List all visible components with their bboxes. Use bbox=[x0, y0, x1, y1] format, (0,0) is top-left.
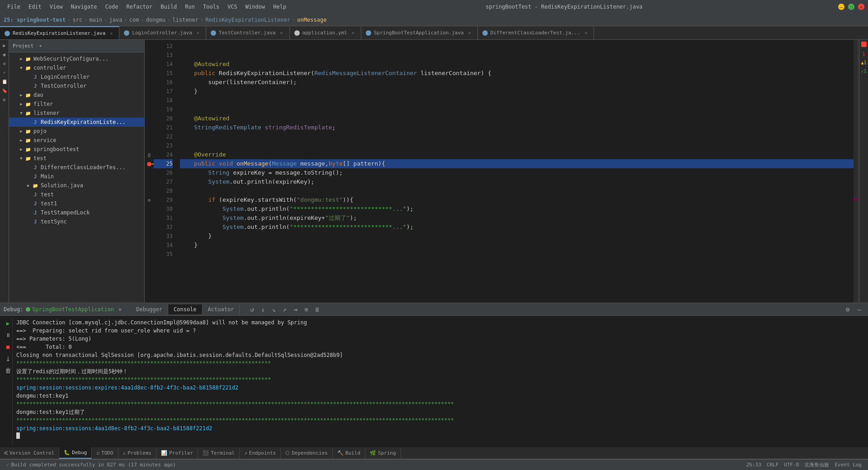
tab-profiler[interactable]: 📊 Profiler bbox=[156, 447, 198, 459]
tool-icon-3[interactable]: ≡ bbox=[1, 60, 8, 67]
tree-item-testcontroller[interactable]: J TestController bbox=[9, 81, 144, 90]
menu-vcs[interactable]: VCS bbox=[224, 3, 241, 11]
event-log-btn[interactable]: Event Log bbox=[832, 462, 864, 468]
menu-edit[interactable]: Edit bbox=[25, 3, 45, 11]
tree-item-test1[interactable]: J test bbox=[9, 190, 144, 199]
menu-refactor[interactable]: Refactor bbox=[123, 3, 156, 11]
close-button[interactable]: ✕ bbox=[858, 4, 864, 10]
debug-step-out-btn[interactable]: ↗ bbox=[279, 304, 289, 314]
code-line-14: @Autowired bbox=[180, 60, 854, 69]
tool-icon-5[interactable]: 📋 bbox=[1, 78, 8, 85]
scroll-to-end-btn[interactable]: ⤓ bbox=[3, 354, 13, 364]
tab-redis-listener[interactable]: RedisKeyExpirationListener.java ✕ bbox=[0, 26, 119, 39]
debug-evaluate-btn[interactable]: ≡ bbox=[301, 304, 311, 314]
tab-close-button[interactable]: ✕ bbox=[195, 30, 201, 36]
tab-terminal[interactable]: ⬛ Terminal bbox=[198, 447, 240, 459]
tree-label: TestStampedLock bbox=[41, 209, 90, 216]
tab-close-button[interactable]: ✕ bbox=[467, 30, 473, 36]
debug-step-over-btn[interactable]: ↓ bbox=[258, 304, 268, 314]
tree-item-filter[interactable]: ▶ 📁 filter bbox=[9, 100, 144, 109]
user-info[interactable]: 北海鱼仙贩 bbox=[802, 461, 832, 468]
menu-file[interactable]: File bbox=[4, 3, 24, 11]
tool-icon-7[interactable]: ⚙ bbox=[1, 96, 8, 103]
settings-button[interactable]: ⚙ bbox=[843, 304, 853, 314]
tree-item-test[interactable]: ▼ 📁 test bbox=[9, 154, 144, 163]
charset[interactable]: UTF-8 bbox=[781, 462, 802, 468]
resume-button[interactable]: ▶ bbox=[3, 318, 13, 328]
menu-view[interactable]: View bbox=[46, 3, 66, 11]
tab-problems[interactable]: ⚠ Problems bbox=[118, 447, 157, 459]
close-panel-button[interactable]: — bbox=[854, 304, 864, 314]
debug-title: Debug: SpringBootTestApplication ✕ bbox=[4, 306, 122, 313]
menu-help[interactable]: Help bbox=[269, 3, 290, 11]
tree-item-pojo[interactable]: ▶ 📁 pojo bbox=[9, 127, 144, 136]
tree-item-listener[interactable]: ▼ 📁 listener bbox=[9, 109, 144, 118]
tool-icon-2[interactable]: ◉ bbox=[1, 51, 8, 58]
tab-login-controller[interactable]: LoginController.java ✕ bbox=[119, 26, 206, 39]
tab-close-button[interactable]: ✕ bbox=[108, 30, 114, 37]
tree-item-dao[interactable]: ▶ 📁 dao bbox=[9, 90, 144, 100]
tab-application-yml[interactable]: application.yml ✕ bbox=[290, 26, 361, 39]
menu-window[interactable]: Window bbox=[242, 3, 269, 11]
tab-debugger[interactable]: Debugger bbox=[131, 304, 168, 314]
tab-endpoints[interactable]: ↗ Endpoints bbox=[240, 447, 281, 459]
cursor-position[interactable]: 25:33 bbox=[744, 462, 764, 468]
tab-build[interactable]: 🔨 Build bbox=[333, 447, 365, 459]
tree-item-websecurity[interactable]: ▶ 📁 WebSecurityConfigura... bbox=[9, 54, 144, 63]
menu-navigate[interactable]: Navigate bbox=[67, 3, 101, 11]
tree-item-main[interactable]: J Main bbox=[9, 172, 144, 181]
clear-console-btn[interactable]: 🗑 bbox=[3, 366, 13, 375]
menu-tools[interactable]: Tools bbox=[199, 3, 223, 11]
line-ending[interactable]: CRLF bbox=[764, 462, 782, 468]
tab-spring[interactable]: 🌿 Spring bbox=[365, 447, 401, 459]
stop-button[interactable]: ■ bbox=[3, 342, 13, 352]
tab-version-control[interactable]: ⑆ Version Control bbox=[0, 447, 59, 459]
tab-different-classloader[interactable]: DifferentClassLoaderTest.ja... ✕ bbox=[478, 26, 594, 39]
debug-app-indicator: SpringBootTestApplication bbox=[26, 306, 114, 313]
bottom-tabs-row: ⑆ Version Control 🐛 Debug ☑ TODO ⚠ Probl… bbox=[0, 447, 868, 459]
code-editor[interactable]: @ ● → ⊕ 12 13 14 15 16 17 18 19 20 21 22 bbox=[145, 40, 859, 303]
menu-run[interactable]: Run bbox=[181, 3, 198, 11]
tree-item-service[interactable]: ▶ 📁 service bbox=[9, 136, 144, 145]
scrollbar-minimap[interactable] bbox=[854, 40, 859, 303]
tree-item-testsync[interactable]: J testSync bbox=[9, 217, 144, 226]
tree-item-teststampedlock[interactable]: J TestStampedLock bbox=[9, 208, 144, 217]
tool-icon-6[interactable]: 🔖 bbox=[1, 87, 8, 94]
tab-test-controller[interactable]: TestController.java ✕ bbox=[206, 26, 290, 39]
code-content[interactable]: @Autowired public RedisKeyExpirationList… bbox=[176, 40, 854, 303]
tab-springboot-main[interactable]: SpringBootTestApplication.java ✕ bbox=[361, 26, 478, 39]
tree-item-redislistener[interactable]: J RedisKeyExpirationListe... bbox=[9, 118, 144, 127]
debug-step-into-btn[interactable]: ↘ bbox=[269, 304, 278, 314]
console-output[interactable]: ▶ ⏸ ■ ⤓ 🗑 JDBC Connection [com.mysql.cj.… bbox=[0, 316, 868, 447]
tab-dependencies[interactable]: ⬡ Dependencies bbox=[281, 447, 332, 459]
debug-frames-btn[interactable]: ≣ bbox=[312, 304, 322, 314]
tool-icon-4[interactable]: ⚡ bbox=[1, 69, 8, 76]
tree-item-controller[interactable]: ▼ 📁 controller bbox=[9, 63, 144, 72]
tool-icon-1[interactable]: ▶ bbox=[1, 42, 8, 49]
minimize-button[interactable]: — bbox=[838, 4, 844, 10]
console-layout: ▶ ⏸ ■ ⤓ 🗑 JDBC Connection [com.mysql.cj.… bbox=[4, 318, 864, 446]
tab-close-button[interactable]: ✕ bbox=[583, 30, 589, 36]
tab-console[interactable]: Console bbox=[168, 304, 203, 314]
tab-close-button[interactable]: ✕ bbox=[350, 30, 356, 36]
console-text-area[interactable]: JDBC Connection [com.mysql.cj.jdbc.Conne… bbox=[13, 318, 864, 446]
debug-run-to-cursor-btn[interactable]: ⇥ bbox=[290, 304, 300, 314]
tree-item-logincontroller[interactable]: J LoginController bbox=[9, 72, 144, 81]
tree-item-solution[interactable]: ▶ 📁 Solution.java bbox=[9, 181, 144, 190]
java-file-icon bbox=[5, 31, 10, 36]
project-tree[interactable]: ▶ 📁 WebSecurityConfigura... ▼ 📁 controll… bbox=[9, 52, 144, 303]
debug-icon: 🐛 bbox=[64, 450, 70, 456]
tree-item-springboottest[interactable]: ▶ 📁 springboottest bbox=[9, 145, 144, 154]
pause-button[interactable]: ⏸ bbox=[3, 330, 13, 340]
tab-todo[interactable]: ☑ TODO bbox=[92, 447, 118, 459]
maximize-button[interactable]: ❐ bbox=[848, 4, 854, 10]
debug-restart-btn[interactable]: ↺ bbox=[247, 304, 257, 314]
tree-item-test2[interactable]: J test1 bbox=[9, 199, 144, 208]
tree-item-differentclassloader[interactable]: J DifferentClassLoaderTes... bbox=[9, 163, 144, 172]
tab-close-button[interactable]: ✕ bbox=[278, 30, 285, 36]
menu-code[interactable]: Code bbox=[102, 3, 122, 11]
tab-debug[interactable]: 🐛 Debug bbox=[59, 447, 92, 459]
cursor-line[interactable] bbox=[16, 432, 861, 442]
menu-build[interactable]: Build bbox=[157, 3, 180, 11]
tab-actuator[interactable]: Actuator bbox=[203, 304, 240, 314]
